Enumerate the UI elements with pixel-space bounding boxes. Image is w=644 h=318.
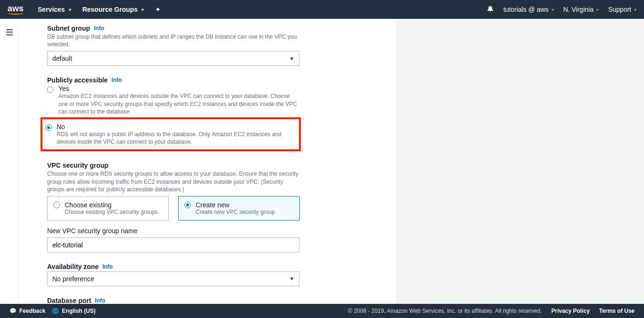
az-select[interactable]: No preference ▼ [47, 271, 299, 286]
public-access-yes-radio[interactable]: Yes Amazon EC2 instances and devices out… [47, 85, 302, 115]
public-access-yes-desc: Amazon EC2 instances and devices outside… [58, 92, 299, 115]
vpc-sg-label: VPC security group [47, 162, 108, 169]
vpc-sg-existing-desc: Choose existing VPC security groups [65, 209, 158, 215]
nav-services-label: Services [38, 6, 65, 13]
az-info-link[interactable]: Info [102, 263, 113, 270]
bell-icon[interactable]: 🔔︎ [487, 5, 494, 14]
side-toggle-column: ☰ [0, 19, 19, 304]
public-access-info-link[interactable]: Info [111, 77, 122, 83]
radio-selected-icon [45, 124, 52, 131]
footer: 💬 Feedback 🌐 English (US) © 2008 - 2019,… [0, 304, 644, 318]
public-access-label: Publicly accessible [47, 76, 107, 84]
main-content: Subnet group Info DB subnet group that d… [19, 19, 396, 304]
nav-support-label: Support [608, 6, 631, 13]
highlight-box: No RDS will not assign a public IP addre… [41, 117, 301, 151]
aws-swoosh-icon [8, 12, 24, 15]
caret-down-icon: ▾ [141, 7, 144, 12]
vpc-sg-create-desc: Create new VPC security group [196, 209, 275, 215]
nav-services[interactable]: Services ▾ [38, 6, 71, 13]
nav-account[interactable]: tutorials @ aws ▾ [504, 6, 554, 13]
az-value: No preference [52, 275, 94, 283]
footer-terms-link[interactable]: Terms of Use [599, 308, 635, 314]
nav-region[interactable]: N. Virginia ▾ [563, 6, 599, 13]
public-access-no-title: No [57, 123, 296, 130]
az-label: Availability zone [47, 263, 99, 270]
nav-support[interactable]: Support ▾ [608, 6, 636, 13]
pin-icon[interactable]: ✦ [155, 6, 161, 13]
caret-down-icon: ▾ [552, 7, 554, 12]
nav-resource-groups-label: Resource Groups [83, 6, 138, 13]
public-access-no-desc: RDS will not assign a public IP address … [57, 130, 296, 146]
aws-logo[interactable]: aws [8, 4, 24, 15]
radio-selected-icon [184, 202, 191, 208]
subnet-group-block: Subnet group Info DB subnet group that d… [47, 24, 302, 66]
footer-language-label: English (US) [62, 308, 95, 314]
vpc-sg-desc: Choose one or more RDS security groups t… [47, 170, 302, 193]
triangle-down-icon: ▼ [289, 276, 294, 281]
db-port-label: Database port [47, 297, 91, 304]
caret-down-icon: ▾ [634, 7, 636, 12]
radio-icon [53, 202, 60, 208]
nav-right: 🔔︎ tutorials @ aws ▾ N. Virginia ▾ Suppo… [487, 5, 636, 14]
nav-resource-groups[interactable]: Resource Groups ▾ [83, 6, 144, 13]
triangle-down-icon: ▼ [289, 56, 294, 61]
footer-feedback[interactable]: 💬 Feedback [9, 308, 45, 314]
subnet-group-desc: DB subnet group that defines which subne… [47, 33, 302, 48]
vpc-sg-existing-title: Choose existing [65, 201, 158, 209]
vpc-sg-block: VPC security group Choose one or more RD… [47, 162, 302, 253]
footer-privacy-link[interactable]: Privacy Policy [551, 308, 589, 314]
vpc-sg-create-title: Create new [196, 201, 275, 209]
subnet-group-select[interactable]: default ▼ [47, 51, 299, 66]
subnet-group-info-link[interactable]: Info [94, 25, 104, 32]
layout: ☰ Subnet group Info DB subnet group that… [0, 19, 644, 304]
vpc-sg-name-input[interactable] [47, 237, 299, 253]
radio-icon [47, 86, 54, 93]
caret-down-icon: ▾ [69, 7, 71, 12]
top-nav: aws Services ▾ Resource Groups ▾ ✦ 🔔︎ tu… [0, 0, 644, 19]
footer-language[interactable]: 🌐 English (US) [52, 308, 95, 314]
right-panel [396, 19, 644, 304]
subnet-group-value: default [52, 55, 72, 62]
globe-icon: 🌐 [52, 308, 59, 314]
nav-region-label: N. Virginia [563, 6, 594, 13]
public-access-no-radio[interactable]: No RDS will not assign a public IP addre… [45, 123, 296, 146]
footer-copyright: © 2008 - 2019, Amazon Web Services, Inc.… [348, 308, 542, 314]
public-access-block: Publicly accessible Info Yes Amazon EC2 … [47, 76, 302, 151]
caret-down-icon: ▾ [596, 7, 599, 12]
az-block: Availability zone Info No preference ▼ [47, 263, 302, 286]
vpc-sg-name-label: New VPC security group name [47, 227, 302, 235]
footer-feedback-label: Feedback [19, 308, 45, 314]
nav-account-label: tutorials @ aws [504, 6, 549, 13]
hamburger-icon[interactable]: ☰ [6, 27, 13, 304]
vpc-sg-choose-existing-tile[interactable]: Choose existing Choose existing VPC secu… [47, 196, 169, 220]
public-access-yes-title: Yes [58, 85, 302, 92]
db-port-info-link[interactable]: Info [95, 297, 105, 304]
vpc-sg-create-new-tile[interactable]: Create new Create new VPC security group [178, 196, 300, 220]
subnet-group-label: Subnet group [47, 24, 90, 32]
db-port-block: Database port Info TCP/IP port the datab… [47, 297, 302, 304]
speech-bubble-icon: 💬 [9, 308, 17, 314]
